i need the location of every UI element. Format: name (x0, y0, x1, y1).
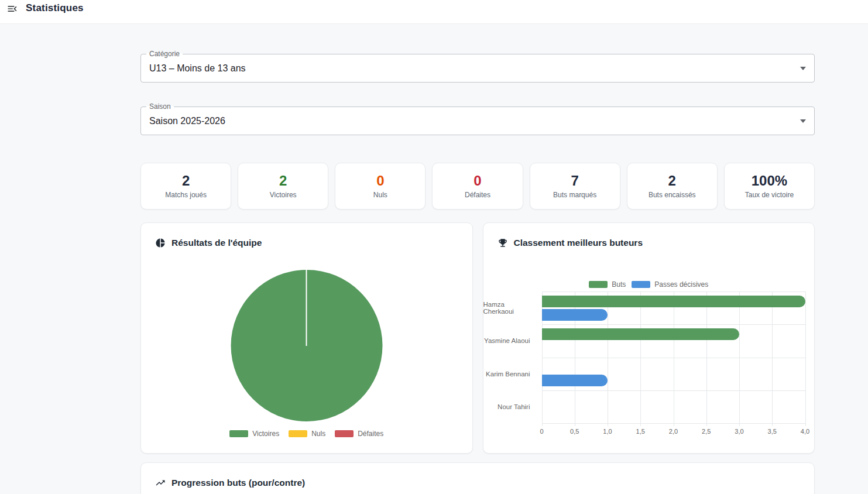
bar-slot (542, 342, 805, 354)
stat-value: 2 (668, 174, 676, 188)
legend-item-nuls[interactable]: Nuls (289, 430, 325, 438)
stat-label: Buts marqués (553, 191, 596, 199)
legend-item-defaites[interactable]: Défaites (335, 430, 383, 438)
charts-row: Résultats de l'équipe VictoiresNulsDéfai… (140, 222, 815, 454)
legend-label: Défaites (358, 430, 383, 438)
progression-chart-card: Progression buts (pour/contre) (140, 462, 815, 494)
stat-card-taux-de-victoire: 100%Taux de victoire (724, 163, 815, 210)
bar-xticks: 00,51,01,52,02,53,03,54,0 (542, 428, 805, 436)
bar-slot (542, 375, 805, 386)
stat-card-matchs-joues: 2Matchs joués (140, 163, 231, 210)
trophy-icon (498, 238, 508, 248)
gridline-horizontal (542, 423, 805, 424)
category-label-hamza-cherkaoui: Hamza Cherkaoui (483, 291, 530, 324)
stat-card-nuls: 0Nuls (335, 163, 426, 210)
legend-item-passes-decisives[interactable]: Passes décisives (632, 280, 708, 289)
menu-open-button[interactable] (6, 2, 19, 15)
topbar: Statistiques (0, 0, 868, 24)
bar-slot (542, 328, 805, 340)
legend-swatch (289, 430, 307, 437)
legend-swatch (632, 281, 650, 288)
legend-label: Passes décisives (654, 280, 708, 289)
bar-row-yasmine-alaoui (542, 324, 805, 357)
stat-card-defaites: 0Défaites (432, 163, 523, 210)
bar-buts (542, 328, 740, 340)
category-select[interactable]: Catégorie U13 – Moins de 13 ans (140, 54, 815, 83)
stat-card-victoires: 2Victoires (238, 163, 328, 210)
bar-plot (542, 291, 805, 423)
stat-label: Buts encaissés (649, 191, 696, 199)
scorers-card-title: Classement meilleurs buteurs (514, 238, 643, 248)
stat-label: Défaites (465, 191, 490, 199)
bar-row-nour-tahiri (542, 390, 805, 423)
pie-chart-icon (155, 238, 166, 248)
stat-value: 0 (376, 174, 384, 188)
x-axis-tick: 3,5 (768, 428, 777, 435)
stat-label: Taux de victoire (745, 191, 794, 199)
chevron-down-icon (800, 67, 806, 70)
gridline-vertical (805, 291, 806, 426)
bar-slot (542, 361, 805, 373)
pie-chart (231, 270, 382, 421)
x-axis-tick: 0 (540, 428, 543, 435)
category-label-nour-tahiri: Nour Tahiri (483, 390, 530, 423)
stat-value: 7 (571, 174, 578, 188)
legend-label: Buts (612, 280, 626, 289)
legend-item-victoires[interactable]: Victoires (229, 430, 279, 438)
season-select-value: Saison 2025-2026 (141, 107, 814, 135)
pie-slice-border (306, 270, 307, 346)
progression-card-title: Progression buts (pour/contre) (171, 478, 305, 488)
bar-passes-decisives (542, 375, 608, 386)
legend-item-buts[interactable]: Buts (589, 280, 626, 289)
bar-category-labels: Hamza CherkaouiYasmine AlaouiKarim Benna… (483, 291, 536, 423)
page-title: Statistiques (26, 2, 84, 14)
category-label-karim-bennani: Karim Bennani (483, 358, 530, 390)
stat-value: 0 (474, 174, 481, 188)
results-card-title: Résultats de l'équipe (171, 238, 262, 248)
x-axis-tick: 1,0 (603, 428, 612, 435)
x-axis-tick: 2,5 (702, 428, 711, 435)
results-card-header: Résultats de l'équipe (155, 238, 262, 248)
legend-label: Victoires (252, 430, 279, 438)
bar-row-karim-bennani (542, 358, 805, 390)
results-chart-card: Résultats de l'équipe VictoiresNulsDéfai… (140, 222, 473, 454)
x-axis-tick: 0,5 (570, 428, 579, 435)
stat-value: 2 (279, 174, 287, 188)
stat-label: Nuls (373, 191, 387, 199)
scorers-card-header: Classement meilleurs buteurs (498, 238, 643, 248)
bar-legend: ButsPasses décisives (483, 280, 815, 289)
scorers-chart-card: Classement meilleurs buteurs ButsPasses … (483, 222, 815, 454)
x-axis-tick: 3,0 (735, 428, 743, 435)
bar-slot (542, 309, 805, 321)
stat-card-buts-encaisses: 2Buts encaissés (627, 163, 718, 210)
legend-label: Nuls (311, 430, 325, 438)
category-select-value: U13 – Moins de 13 ans (141, 54, 814, 82)
bar-buts (542, 296, 805, 307)
stat-value: 2 (182, 174, 190, 188)
chevron-down-icon (800, 119, 806, 123)
bar-slot (542, 296, 805, 307)
pie-legend: VictoiresNulsDéfaites (141, 430, 472, 438)
stat-value: 100% (752, 174, 787, 188)
stat-card-buts-marques: 7Buts marqués (530, 163, 620, 210)
legend-swatch (589, 281, 608, 288)
legend-swatch (229, 430, 248, 437)
stats-row: 2Matchs joués2Victoires0Nuls0Défaites7Bu… (140, 163, 815, 210)
legend-swatch (335, 430, 354, 437)
bar-slot (542, 407, 805, 419)
season-select[interactable]: Saison Saison 2025-2026 (140, 107, 815, 135)
trending-up-icon (155, 478, 166, 488)
category-label-yasmine-alaoui: Yasmine Alaoui (483, 324, 530, 357)
season-select-label: Saison (146, 102, 174, 111)
x-axis-tick: 4,0 (801, 428, 809, 435)
x-axis-tick: 1,5 (636, 428, 645, 435)
bar-row-hamza-cherkaoui (542, 291, 805, 324)
category-select-label: Catégorie (146, 50, 183, 58)
stat-label: Matchs joués (165, 191, 207, 199)
x-axis-tick: 2,0 (669, 428, 678, 435)
bar-passes-decisives (542, 309, 608, 321)
main-content: Catégorie U13 – Moins de 13 ans Saison S… (140, 54, 815, 494)
stat-label: Victoires (270, 191, 297, 199)
progression-card-header: Progression buts (pour/contre) (155, 478, 305, 488)
bar-slot (542, 394, 805, 406)
